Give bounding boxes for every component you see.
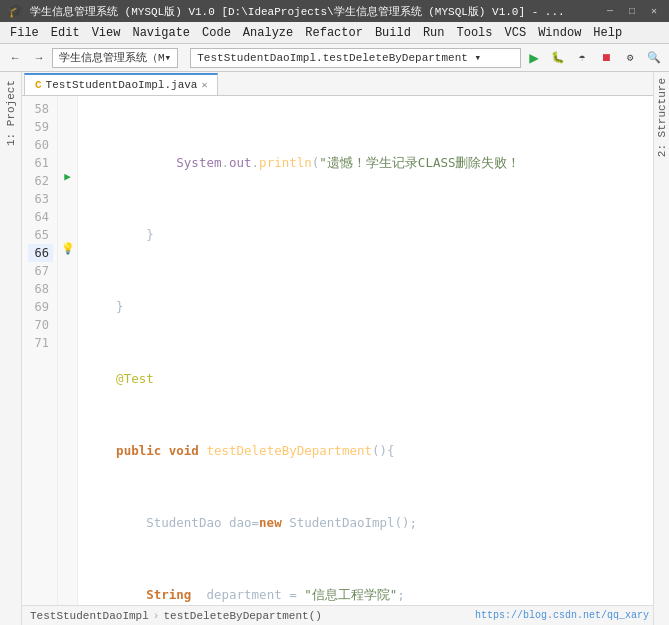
line-num-65: 65 <box>28 226 53 244</box>
gutter-61 <box>58 150 77 168</box>
gutter-68 <box>58 276 77 294</box>
gutter-70 <box>58 312 77 330</box>
gutter: ▶ 💡 <box>58 96 78 605</box>
code-line-62: public void testDeleteByDepartment(){ <box>86 442 649 460</box>
breadcrumb-class[interactable]: TestStudentDaoImpl <box>30 610 149 622</box>
gutter-71 <box>58 330 77 348</box>
close-button[interactable]: ✕ <box>647 4 661 18</box>
line-num-66: 66 <box>28 244 53 262</box>
right-sidebar: 2: Structure <box>653 72 669 625</box>
line-num-60: 60 <box>28 136 53 154</box>
file-tab-label: TestStudentDaoImpl.java <box>46 79 198 91</box>
menu-view[interactable]: View <box>86 24 127 42</box>
menu-bar: File Edit View Navigate Code Analyze Ref… <box>0 22 669 44</box>
menu-code[interactable]: Code <box>196 24 237 42</box>
app-icon: 🎓 <box>8 3 24 19</box>
menu-analyze[interactable]: Analyze <box>237 24 299 42</box>
line-num-58: 58 <box>28 100 53 118</box>
breadcrumb-separator: › <box>153 610 160 622</box>
title-bar: 🎓 学生信息管理系统 (MYSQL版) V1.0 [D:\IdeaProject… <box>0 0 669 22</box>
gutter-59 <box>58 114 77 132</box>
line-numbers: 58 59 60 61 62 63 64 65 66 67 68 69 70 7… <box>22 96 58 605</box>
line-num-64: 64 <box>28 208 53 226</box>
line-num-59: 59 <box>28 118 53 136</box>
window-title: 学生信息管理系统 (MYSQL版) V1.0 [D:\IdeaProjects\… <box>30 4 565 19</box>
line-num-61: 61 <box>28 154 53 172</box>
search-button[interactable]: 🔍 <box>643 47 665 69</box>
gutter-58 <box>58 96 77 114</box>
line-num-62: 62 <box>28 172 53 190</box>
code-content[interactable]: System.out.println("遗憾！学生记录CLASS删除失败！ } … <box>78 96 653 605</box>
code-line-60: } <box>86 298 649 316</box>
line-num-70: 70 <box>28 316 53 334</box>
main-area: 1: Project C TestStudentDaoImpl.java ✕ 5… <box>0 72 669 625</box>
gutter-62-run[interactable]: ▶ <box>58 168 77 186</box>
minimize-button[interactable]: ─ <box>603 4 617 18</box>
left-sidebar: 1: Project <box>0 72 22 625</box>
gutter-67 <box>58 258 77 276</box>
code-editor[interactable]: 58 59 60 61 62 63 64 65 66 67 68 69 70 7… <box>22 96 653 605</box>
gutter-66-warn: 💡 <box>58 240 77 258</box>
run-button[interactable]: ▶ <box>523 47 545 69</box>
toolbar: ← → 学生信息管理系统（M▾ TestStudentDaoImpl.testD… <box>0 44 669 72</box>
title-bar-controls: ─ □ ✕ <box>603 4 661 18</box>
run-config-label: TestStudentDaoImpl.testDeleteByDepartmen… <box>197 51 481 64</box>
code-line-58: System.out.println("遗憾！学生记录CLASS删除失败！ <box>86 154 649 172</box>
menu-run[interactable]: Run <box>417 24 451 42</box>
code-line-63: StudentDao dao=new StudentDaoImpl(); <box>86 514 649 532</box>
menu-edit[interactable]: Edit <box>45 24 86 42</box>
forward-button[interactable]: → <box>28 47 50 69</box>
menu-build[interactable]: Build <box>369 24 417 42</box>
code-line-59: } <box>86 226 649 244</box>
settings-button[interactable]: ⚙ <box>619 47 641 69</box>
line-num-63: 63 <box>28 190 53 208</box>
coverage-button[interactable]: ☂ <box>571 47 593 69</box>
code-panel: C TestStudentDaoImpl.java ✕ 58 59 60 61 … <box>22 72 653 625</box>
file-tab-testStudentDaoImpl[interactable]: C TestStudentDaoImpl.java ✕ <box>24 73 218 95</box>
menu-file[interactable]: File <box>4 24 45 42</box>
gutter-60 <box>58 132 77 150</box>
menu-refactor[interactable]: Refactor <box>299 24 369 42</box>
code-line-64: String department = "信息工程学院"; <box>86 586 649 604</box>
back-button[interactable]: ← <box>4 47 26 69</box>
file-tabs: C TestStudentDaoImpl.java ✕ <box>22 72 653 96</box>
breadcrumb-method[interactable]: testDeleteByDepartment() <box>163 610 321 622</box>
code-line-61: @Test <box>86 370 649 388</box>
debug-button[interactable]: 🐛 <box>547 47 569 69</box>
title-bar-left: 🎓 学生信息管理系统 (MYSQL版) V1.0 [D:\IdeaProject… <box>8 3 565 19</box>
line-num-67: 67 <box>28 262 53 280</box>
java-file-icon: C <box>35 79 42 91</box>
project-name: 学生信息管理系统（M▾ <box>59 50 171 65</box>
run-configuration[interactable]: TestStudentDaoImpl.testDeleteByDepartmen… <box>190 48 521 68</box>
menu-vcs[interactable]: VCS <box>499 24 533 42</box>
bottom-link[interactable]: https://blog.csdn.net/qq_xary <box>475 610 649 621</box>
line-num-69: 69 <box>28 298 53 316</box>
line-num-71: 71 <box>28 334 53 352</box>
menu-help[interactable]: Help <box>587 24 628 42</box>
gutter-63 <box>58 186 77 204</box>
tab-close-icon[interactable]: ✕ <box>201 79 207 91</box>
project-selector[interactable]: 学生信息管理系统（M▾ <box>52 48 178 68</box>
stop-button[interactable]: ⏹ <box>595 47 617 69</box>
maximize-button[interactable]: □ <box>625 4 639 18</box>
gutter-65 <box>58 222 77 240</box>
line-num-68: 68 <box>28 280 53 298</box>
menu-navigate[interactable]: Navigate <box>126 24 196 42</box>
menu-window[interactable]: Window <box>532 24 587 42</box>
menu-tools[interactable]: Tools <box>451 24 499 42</box>
structure-sidebar-tab[interactable]: 2: Structure <box>656 74 668 161</box>
gutter-64 <box>58 204 77 222</box>
gutter-69 <box>58 294 77 312</box>
project-sidebar-tab[interactable]: 1: Project <box>3 76 19 150</box>
